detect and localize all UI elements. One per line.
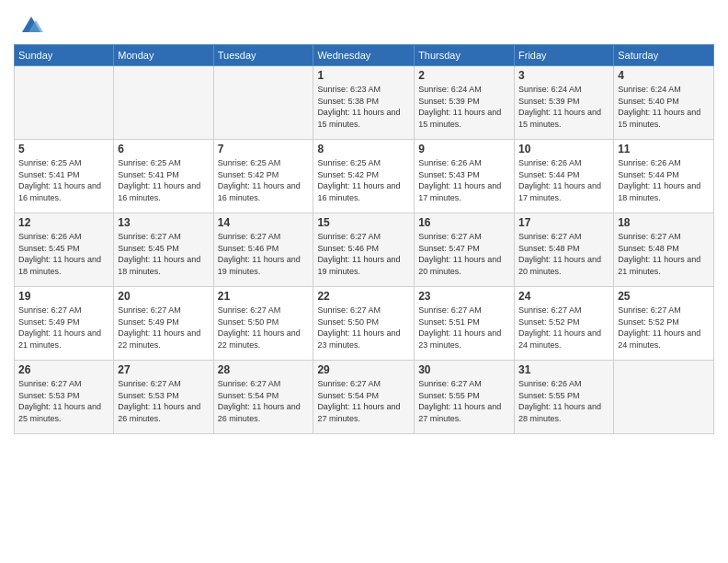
day-number: 7 — [218, 143, 310, 155]
day-number: 22 — [317, 290, 410, 303]
day-info: Sunrise: 6:23 AMSunset: 5:38 PMDaylight:… — [317, 84, 410, 130]
day-info: Sunrise: 6:24 AMSunset: 5:39 PMDaylight:… — [418, 84, 510, 130]
weekday-header-monday: Monday — [114, 45, 213, 66]
day-info: Sunrise: 6:25 AMSunset: 5:41 PMDaylight:… — [118, 157, 209, 203]
calendar-cell: 6Sunrise: 6:25 AMSunset: 5:41 PMDaylight… — [114, 140, 213, 213]
calendar-cell — [614, 361, 714, 434]
calendar-cell: 31Sunrise: 6:26 AMSunset: 5:55 PMDayligh… — [515, 361, 614, 434]
day-number: 15 — [317, 216, 410, 229]
day-info: Sunrise: 6:27 AMSunset: 5:53 PMDaylight:… — [118, 378, 209, 424]
calendar-cell: 11Sunrise: 6:26 AMSunset: 5:44 PMDayligh… — [614, 140, 714, 213]
day-info: Sunrise: 6:27 AMSunset: 5:54 PMDaylight:… — [317, 378, 410, 424]
day-number: 13 — [118, 216, 209, 229]
day-info: Sunrise: 6:27 AMSunset: 5:48 PMDaylight:… — [618, 231, 710, 277]
day-number: 6 — [118, 143, 209, 155]
calendar-cell: 12Sunrise: 6:26 AMSunset: 5:45 PMDayligh… — [15, 213, 114, 287]
weekday-header-sunday: Sunday — [15, 45, 114, 66]
calendar-cell: 21Sunrise: 6:27 AMSunset: 5:50 PMDayligh… — [213, 287, 313, 361]
day-info: Sunrise: 6:26 AMSunset: 5:55 PMDaylight:… — [518, 378, 609, 424]
page-header — [14, 9, 714, 37]
day-info: Sunrise: 6:27 AMSunset: 5:47 PMDaylight:… — [418, 231, 510, 277]
weekday-header-saturday: Saturday — [614, 45, 714, 66]
day-info: Sunrise: 6:26 AMSunset: 5:44 PMDaylight:… — [618, 157, 710, 203]
day-info: Sunrise: 6:27 AMSunset: 5:49 PMDaylight:… — [118, 304, 209, 350]
day-number: 11 — [618, 143, 710, 155]
day-info: Sunrise: 6:27 AMSunset: 5:55 PMDaylight:… — [418, 378, 510, 424]
calendar-cell — [15, 66, 114, 140]
day-number: 12 — [18, 216, 109, 229]
calendar-cell: 3Sunrise: 6:24 AMSunset: 5:39 PMDaylight… — [515, 66, 614, 140]
day-number: 16 — [418, 216, 510, 229]
calendar-cell: 1Sunrise: 6:23 AMSunset: 5:38 PMDaylight… — [313, 66, 415, 140]
calendar-cell: 8Sunrise: 6:25 AMSunset: 5:42 PMDaylight… — [313, 140, 415, 213]
calendar-table: SundayMondayTuesdayWednesdayThursdayFrid… — [14, 44, 714, 434]
day-number: 2 — [418, 69, 510, 82]
day-number: 31 — [518, 363, 609, 376]
calendar-cell: 28Sunrise: 6:27 AMSunset: 5:54 PMDayligh… — [213, 361, 313, 434]
calendar-cell: 17Sunrise: 6:27 AMSunset: 5:48 PMDayligh… — [515, 213, 614, 287]
day-number: 20 — [118, 290, 209, 303]
calendar-cell: 19Sunrise: 6:27 AMSunset: 5:49 PMDayligh… — [15, 287, 114, 361]
day-info: Sunrise: 6:27 AMSunset: 5:52 PMDaylight:… — [518, 304, 609, 350]
weekday-header-wednesday: Wednesday — [313, 45, 415, 66]
day-number: 24 — [518, 290, 609, 303]
calendar-cell: 16Sunrise: 6:27 AMSunset: 5:47 PMDayligh… — [415, 213, 515, 287]
calendar-cell: 9Sunrise: 6:26 AMSunset: 5:43 PMDaylight… — [415, 140, 515, 213]
calendar-cell: 20Sunrise: 6:27 AMSunset: 5:49 PMDayligh… — [114, 287, 213, 361]
day-info: Sunrise: 6:27 AMSunset: 5:53 PMDaylight:… — [18, 378, 109, 424]
day-info: Sunrise: 6:27 AMSunset: 5:50 PMDaylight:… — [317, 304, 410, 350]
day-info: Sunrise: 6:26 AMSunset: 5:43 PMDaylight:… — [418, 157, 510, 203]
day-number: 30 — [418, 363, 510, 376]
day-info: Sunrise: 6:27 AMSunset: 5:52 PMDaylight:… — [618, 304, 710, 350]
day-number: 18 — [618, 216, 710, 229]
calendar-cell: 15Sunrise: 6:27 AMSunset: 5:46 PMDayligh… — [313, 213, 415, 287]
calendar-cell: 30Sunrise: 6:27 AMSunset: 5:55 PMDayligh… — [415, 361, 515, 434]
day-number: 29 — [317, 363, 410, 376]
calendar-cell: 29Sunrise: 6:27 AMSunset: 5:54 PMDayligh… — [313, 361, 415, 434]
day-info: Sunrise: 6:27 AMSunset: 5:45 PMDaylight:… — [118, 231, 209, 277]
day-info: Sunrise: 6:27 AMSunset: 5:54 PMDaylight:… — [218, 378, 310, 424]
calendar-cell: 27Sunrise: 6:27 AMSunset: 5:53 PMDayligh… — [114, 361, 213, 434]
logo-icon — [17, 9, 45, 37]
calendar-week-row: 12Sunrise: 6:26 AMSunset: 5:45 PMDayligh… — [15, 213, 714, 287]
day-info: Sunrise: 6:25 AMSunset: 5:42 PMDaylight:… — [317, 157, 410, 203]
day-info: Sunrise: 6:27 AMSunset: 5:51 PMDaylight:… — [418, 304, 510, 350]
logo — [14, 9, 45, 37]
calendar-week-row: 26Sunrise: 6:27 AMSunset: 5:53 PMDayligh… — [15, 361, 714, 434]
weekday-header-thursday: Thursday — [415, 45, 515, 66]
day-number: 28 — [218, 363, 310, 376]
calendar-week-row: 5Sunrise: 6:25 AMSunset: 5:41 PMDaylight… — [15, 140, 714, 213]
calendar-week-row: 19Sunrise: 6:27 AMSunset: 5:49 PMDayligh… — [15, 287, 714, 361]
day-number: 25 — [618, 290, 710, 303]
day-number: 27 — [118, 363, 209, 376]
calendar-cell: 25Sunrise: 6:27 AMSunset: 5:52 PMDayligh… — [614, 287, 714, 361]
day-info: Sunrise: 6:26 AMSunset: 5:44 PMDaylight:… — [518, 157, 609, 203]
day-number: 4 — [618, 69, 710, 82]
day-number: 1 — [317, 69, 410, 82]
day-info: Sunrise: 6:24 AMSunset: 5:39 PMDaylight:… — [518, 84, 609, 130]
day-number: 17 — [518, 216, 609, 229]
day-info: Sunrise: 6:24 AMSunset: 5:40 PMDaylight:… — [618, 84, 710, 130]
day-number: 21 — [218, 290, 310, 303]
day-info: Sunrise: 6:27 AMSunset: 5:49 PMDaylight:… — [18, 304, 109, 350]
day-number: 10 — [518, 143, 609, 155]
day-number: 14 — [218, 216, 310, 229]
day-number: 26 — [18, 363, 109, 376]
day-info: Sunrise: 6:27 AMSunset: 5:48 PMDaylight:… — [518, 231, 609, 277]
day-number: 3 — [518, 69, 609, 82]
calendar-cell: 4Sunrise: 6:24 AMSunset: 5:40 PMDaylight… — [614, 66, 714, 140]
calendar-cell: 18Sunrise: 6:27 AMSunset: 5:48 PMDayligh… — [614, 213, 714, 287]
calendar-cell: 7Sunrise: 6:25 AMSunset: 5:42 PMDaylight… — [213, 140, 313, 213]
calendar-cell: 26Sunrise: 6:27 AMSunset: 5:53 PMDayligh… — [15, 361, 114, 434]
day-number: 9 — [418, 143, 510, 155]
calendar-cell: 23Sunrise: 6:27 AMSunset: 5:51 PMDayligh… — [415, 287, 515, 361]
calendar-cell: 24Sunrise: 6:27 AMSunset: 5:52 PMDayligh… — [515, 287, 614, 361]
calendar-cell: 14Sunrise: 6:27 AMSunset: 5:46 PMDayligh… — [213, 213, 313, 287]
day-info: Sunrise: 6:26 AMSunset: 5:45 PMDaylight:… — [18, 231, 109, 277]
day-info: Sunrise: 6:25 AMSunset: 5:41 PMDaylight:… — [18, 157, 109, 203]
day-number: 5 — [18, 143, 109, 155]
calendar-week-row: 1Sunrise: 6:23 AMSunset: 5:38 PMDaylight… — [15, 66, 714, 140]
day-info: Sunrise: 6:27 AMSunset: 5:46 PMDaylight:… — [317, 231, 410, 277]
day-info: Sunrise: 6:25 AMSunset: 5:42 PMDaylight:… — [218, 157, 310, 203]
weekday-header-tuesday: Tuesday — [213, 45, 313, 66]
